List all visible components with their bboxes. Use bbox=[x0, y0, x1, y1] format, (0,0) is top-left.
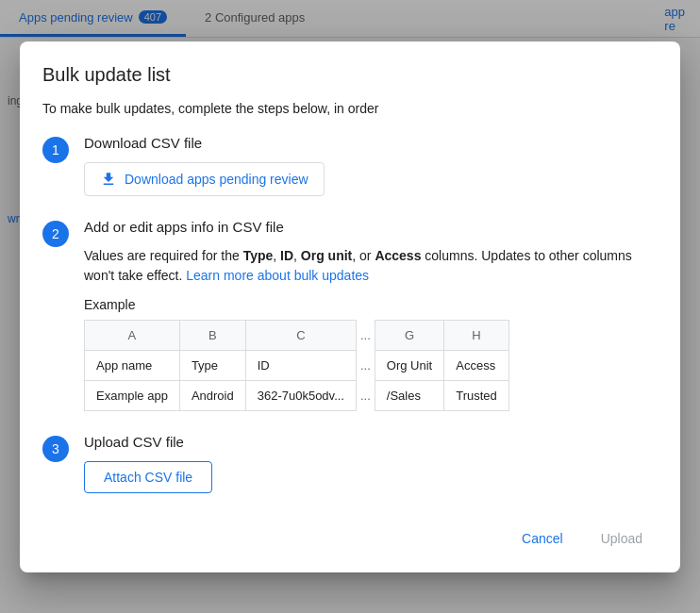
csv-example-table: A B C ... G H App name Type ID bbox=[84, 320, 509, 411]
dialog-subtitle: To make bulk updates, complete the steps… bbox=[42, 101, 658, 116]
col-header-g: G bbox=[375, 320, 443, 350]
step-1-title: Download CSV file bbox=[84, 135, 658, 151]
cell-sales: /Sales bbox=[375, 380, 443, 410]
cell-access-label: Access bbox=[444, 350, 509, 380]
col-header-b: B bbox=[179, 320, 245, 350]
attach-csv-button[interactable]: Attach CSV file bbox=[84, 461, 212, 493]
step-2-title: Add or edit apps info in CSV file bbox=[84, 219, 658, 235]
cell-id-value: 362-7u0k5odv... bbox=[245, 380, 356, 410]
col-header-a: A bbox=[85, 320, 180, 350]
download-button-label: Download apps pending review bbox=[125, 172, 308, 187]
col-header-c: C bbox=[245, 320, 356, 350]
step-3-title: Upload CSV file bbox=[84, 434, 658, 450]
dialog-title: Bulk update list bbox=[42, 64, 658, 86]
cell-orgunit-label: Org Unit bbox=[375, 350, 443, 380]
cell-ellipsis-2: ... bbox=[356, 380, 375, 410]
cell-type-label: Type bbox=[179, 350, 245, 380]
learn-more-link[interactable]: Learn more about bulk updates bbox=[186, 268, 369, 283]
example-label: Example bbox=[84, 297, 658, 312]
upload-button[interactable]: Upload bbox=[586, 523, 658, 554]
step-3-number: 3 bbox=[42, 436, 69, 462]
dialog-footer: Cancel Upload bbox=[42, 516, 658, 554]
table-row-header: App name Type ID ... Org Unit Access bbox=[85, 350, 509, 380]
cell-app-name-label: App name bbox=[85, 350, 180, 380]
step-2: 2 Add or edit apps info in CSV file Valu… bbox=[42, 219, 658, 411]
cancel-button[interactable]: Cancel bbox=[507, 523, 578, 554]
step-1: 1 Download CSV file Download apps pendin… bbox=[42, 135, 658, 196]
cell-ellipsis-1: ... bbox=[356, 350, 375, 380]
cell-android: Android bbox=[179, 380, 245, 410]
step-2-content: Add or edit apps info in CSV file Values… bbox=[84, 219, 658, 411]
step-3: 3 Upload CSV file Attach CSV file bbox=[42, 434, 658, 493]
cell-id-label: ID bbox=[245, 350, 356, 380]
step-2-number: 2 bbox=[42, 221, 69, 247]
col-header-h: H bbox=[444, 320, 509, 350]
step-1-content: Download CSV file Download apps pending … bbox=[84, 135, 658, 196]
step-2-description: Values are required for the Type, ID, Or… bbox=[84, 246, 658, 286]
attach-button-label: Attach CSV file bbox=[104, 470, 192, 485]
cell-example-app: Example app bbox=[85, 380, 180, 410]
step-3-content: Upload CSV file Attach CSV file bbox=[84, 434, 658, 493]
table-row-example: Example app Android 362-7u0k5odv... ... … bbox=[85, 380, 509, 410]
download-csv-button[interactable]: Download apps pending review bbox=[84, 162, 325, 196]
cell-trusted: Trusted bbox=[444, 380, 509, 410]
col-header-ellipsis: ... bbox=[356, 320, 375, 350]
step-1-number: 1 bbox=[42, 137, 69, 163]
modal-overlay: Bulk update list To make bulk updates, c… bbox=[0, 0, 700, 613]
bulk-update-dialog: Bulk update list To make bulk updates, c… bbox=[20, 41, 680, 572]
download-icon bbox=[100, 171, 117, 188]
